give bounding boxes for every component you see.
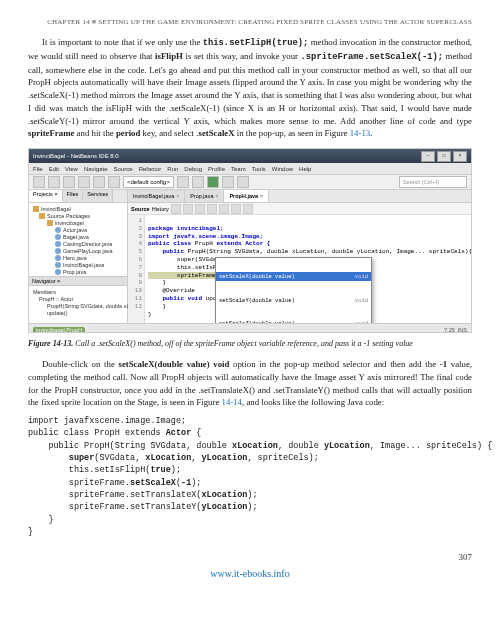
tree-file[interactable]: Hero.java (31, 254, 125, 261)
paragraph-2: Double-click on the setScaleX(double val… (28, 358, 472, 409)
minimize-icon[interactable]: – (421, 151, 435, 162)
build-icon[interactable] (177, 176, 189, 188)
tree-file[interactable]: Actor.java (31, 226, 125, 233)
navigator-panel: Navigator × Members PropH :: Actor PropH… (29, 276, 127, 323)
autocomplete-item[interactable]: setScaleZ(double value)void (216, 319, 371, 323)
class-icon (55, 234, 61, 240)
menu-item[interactable]: Refactor (139, 166, 162, 172)
tree-file[interactable]: InvinciBagel.java (31, 261, 125, 268)
nav-class[interactable]: PropH :: Actor (31, 295, 125, 302)
menu-item[interactable]: Navigate (84, 166, 108, 172)
sidebar-tabs: Projects × Files Services (29, 190, 127, 203)
sub-tab[interactable]: History (152, 206, 169, 212)
editor-tool-icon[interactable] (195, 204, 205, 214)
inline-code: this.setFlipH(true); (203, 38, 309, 48)
menu-item[interactable]: Window (272, 166, 293, 172)
menu-item[interactable]: Team (231, 166, 246, 172)
clean-build-icon[interactable] (192, 176, 204, 188)
tree-root[interactable]: InvinciBagel (31, 205, 125, 212)
profile-icon[interactable] (237, 176, 249, 188)
editor-area: InvinciBagel.java× Prop.java× PropH.java… (128, 190, 472, 323)
figure-ref-link[interactable]: 14-13 (350, 128, 371, 138)
ide-statusbar: invincibagel.PropH 7:25 INS (29, 323, 471, 333)
editor-tab-active[interactable]: PropH.java× (224, 190, 269, 202)
close-tab-icon[interactable]: × (176, 193, 179, 199)
project-tree: InvinciBagel Source Packages invincibage… (29, 203, 127, 276)
separator-icon: ■ (92, 18, 96, 26)
close-tab-icon[interactable]: × (215, 193, 218, 199)
footer-link[interactable]: www.it-ebooks.info (28, 568, 472, 579)
tab-projects[interactable]: Projects × (29, 190, 63, 202)
editor-tabs: InvinciBagel.java× Prop.java× PropH.java… (128, 190, 472, 203)
open-icon[interactable] (63, 176, 75, 188)
menu-item[interactable]: File (33, 166, 43, 172)
search-input[interactable]: Search (Ctrl+I) (399, 176, 467, 188)
tree-file[interactable]: CastingDirector.java (31, 240, 125, 247)
config-dropdown[interactable]: <default config> (123, 176, 174, 188)
close-tab-icon[interactable]: × (260, 193, 263, 199)
class-icon (55, 248, 61, 254)
window-controls: – □ × (421, 151, 467, 162)
chapter-title: SETTING UP THE GAME ENVIRONMENT: CREATIN… (98, 18, 472, 26)
code-editor[interactable]: 1 2 3 4 5 6 7 8 9 10 11 12 (128, 215, 472, 323)
ide-titlebar: InvinciBagel - NetBeans IDE 8.0 – □ × (29, 149, 471, 163)
menu-item[interactable]: Profile (208, 166, 225, 172)
code-content[interactable]: package invincibagel; import javafx.scen… (145, 215, 472, 323)
undo-icon[interactable] (93, 176, 105, 188)
navigator-title: Navigator × (29, 277, 127, 286)
tree-file[interactable]: Bagel.java (31, 233, 125, 240)
menu-item[interactable]: Help (299, 166, 311, 172)
close-icon[interactable]: × (453, 151, 467, 162)
editor-tool-icon[interactable] (171, 204, 181, 214)
tab-files[interactable]: Files (63, 190, 84, 202)
editor-tool-icon[interactable] (231, 204, 241, 214)
debug-icon[interactable] (222, 176, 234, 188)
inline-code: .spriteFrame.setScaleX(-1); (301, 52, 444, 62)
menu-item[interactable]: View (65, 166, 78, 172)
project-icon (33, 206, 39, 212)
tree-file[interactable]: Prop.java (31, 268, 125, 275)
class-icon (55, 262, 61, 268)
ide-sidebar: Projects × Files Services InvinciBagel S… (29, 190, 128, 323)
editor-tool-icon[interactable] (243, 204, 253, 214)
folder-icon (39, 213, 45, 219)
chapter-header: CHAPTER 14 ■ SETTING UP THE GAME ENVIRON… (28, 18, 472, 26)
figure-caption: Figure 14-13. Call a .setScaleX() method… (28, 339, 472, 348)
maximize-icon[interactable]: □ (437, 151, 451, 162)
figure-label: Figure 14-13. (28, 339, 73, 348)
nav-method[interactable]: update() (31, 309, 125, 316)
run-icon[interactable] (207, 176, 219, 188)
editor-tab[interactable]: InvinciBagel.java× (128, 190, 185, 202)
menu-item[interactable]: Source (114, 166, 133, 172)
nav-constructor[interactable]: PropH(String SVGdata, double xLocation, … (31, 302, 125, 309)
class-icon (55, 227, 61, 233)
ide-toolbar: <default config> Search (Ctrl+I) (29, 175, 471, 190)
editor-tool-icon[interactable] (219, 204, 229, 214)
tree-package[interactable]: invincibagel (31, 219, 125, 226)
tab-services[interactable]: Services (83, 190, 113, 202)
autocomplete-item[interactable]: setScaleY(double value)void (216, 296, 371, 305)
cursor-position: 7:25 (444, 327, 455, 333)
menu-item[interactable]: Edit (49, 166, 59, 172)
nav-dropdown[interactable]: Members (31, 288, 125, 295)
editor-tool-icon[interactable] (183, 204, 193, 214)
new-file-icon[interactable] (33, 176, 45, 188)
class-icon (55, 269, 61, 275)
figure-ref-link[interactable]: 14-14 (222, 397, 243, 407)
ide-body: Projects × Files Services InvinciBagel S… (29, 190, 471, 323)
redo-icon[interactable] (108, 176, 120, 188)
autocomplete-item-selected[interactable]: setScaleX(double value)void (216, 272, 371, 281)
tree-file[interactable]: GamePlayLoop.java (31, 247, 125, 254)
save-all-icon[interactable] (78, 176, 90, 188)
window-title: InvinciBagel - NetBeans IDE 8.0 (33, 153, 421, 159)
menu-item[interactable]: Run (167, 166, 178, 172)
ide-screenshot: InvinciBagel - NetBeans IDE 8.0 – □ × Fi… (28, 148, 472, 333)
sub-tab[interactable]: Source (131, 206, 150, 212)
editor-tool-icon[interactable] (207, 204, 217, 214)
menu-item[interactable]: Debug (184, 166, 202, 172)
editor-tab[interactable]: Prop.java× (185, 190, 224, 202)
new-project-icon[interactable] (48, 176, 60, 188)
tree-folder[interactable]: Source Packages (31, 212, 125, 219)
chapter-number: CHAPTER 14 (47, 18, 90, 26)
menu-item[interactable]: Tools (252, 166, 266, 172)
